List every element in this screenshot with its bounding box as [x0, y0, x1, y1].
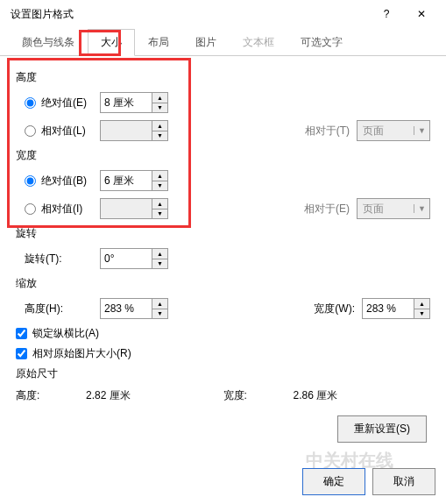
tab-alt-text[interactable]: 可选文字: [287, 29, 356, 56]
orig-w-label: 宽度:: [223, 388, 294, 403]
width-rel-spinner: ▲▼: [100, 198, 168, 219]
height-absolute-radio[interactable]: 绝对值(E): [25, 96, 100, 110]
scale-label: 缩放: [16, 276, 430, 291]
up-icon[interactable]: ▲: [152, 299, 167, 309]
down-icon[interactable]: ▼: [152, 259, 167, 269]
down-icon[interactable]: ▼: [152, 309, 167, 319]
up-icon[interactable]: ▲: [414, 299, 429, 309]
lock-aspect-label: 锁定纵横比(A): [32, 326, 99, 341]
tab-layout[interactable]: 布局: [135, 29, 182, 56]
scale-w-input[interactable]: [363, 299, 414, 318]
height-label: 高度: [16, 70, 430, 85]
height-relto-label: 相对于(T): [305, 124, 350, 138]
height-abs-spinner[interactable]: ▲▼: [100, 92, 168, 113]
up-icon[interactable]: ▲: [152, 249, 167, 259]
rotate-field-label: 旋转(T):: [25, 252, 100, 266]
scale-w-label: 宽度(W):: [314, 302, 355, 316]
orig-w-value: 2.86 厘米: [294, 388, 338, 403]
down-icon[interactable]: ▼: [152, 103, 167, 113]
width-abs-input[interactable]: [101, 171, 152, 190]
height-relative-radio[interactable]: 相对值(L): [25, 124, 100, 138]
titlebar: 设置图片格式 ? ✕: [0, 0, 446, 28]
width-label: 宽度: [16, 148, 430, 163]
height-rel-radio-label: 相对值(L): [41, 124, 86, 138]
chevron-down-icon: ▼: [414, 126, 429, 135]
rotate-spinner[interactable]: ▲▼: [100, 248, 168, 269]
height-relto-select: 页面 ▼: [357, 120, 430, 141]
close-button[interactable]: ✕: [404, 2, 439, 26]
scale-h-spinner[interactable]: ▲▼: [100, 298, 168, 319]
rel-original-checkbox[interactable]: [16, 348, 27, 359]
up-icon[interactable]: ▲: [152, 93, 167, 103]
width-abs-radio-input[interactable]: [25, 175, 36, 187]
width-rel-input: [101, 199, 152, 218]
down-icon[interactable]: ▼: [152, 181, 167, 191]
up-icon: ▲: [152, 199, 167, 209]
orig-h-value: 2.82 厘米: [86, 388, 131, 403]
reset-button[interactable]: 重新设置(S): [337, 415, 427, 443]
width-abs-radio-label: 绝对值(B): [41, 174, 87, 188]
up-icon: ▲: [152, 121, 167, 131]
width-rel-radio-label: 相对值(I): [41, 202, 82, 217]
height-rel-radio-input[interactable]: [25, 125, 36, 137]
tab-size[interactable]: 大小: [88, 29, 135, 56]
height-rel-spinner: ▲▼: [100, 120, 168, 141]
scale-h-label: 高度(H):: [25, 302, 100, 316]
width-rel-radio-input[interactable]: [25, 203, 36, 215]
down-icon: ▼: [152, 209, 167, 219]
original-label: 原始尺寸: [16, 366, 430, 381]
width-abs-spinner[interactable]: ▲▼: [100, 170, 168, 191]
cancel-button[interactable]: 取消: [372, 468, 435, 495]
height-rel-input: [101, 121, 152, 140]
height-abs-radio-input[interactable]: [25, 97, 36, 109]
height-abs-radio-label: 绝对值(E): [41, 96, 87, 110]
tab-picture[interactable]: 图片: [182, 29, 230, 56]
rotate-input[interactable]: [101, 249, 152, 268]
height-abs-input[interactable]: [101, 93, 152, 112]
ok-button[interactable]: 确定: [302, 468, 365, 495]
window-title: 设置图片格式: [7, 7, 369, 22]
chevron-down-icon: ▼: [414, 204, 429, 213]
height-relto-value: 页面: [358, 124, 414, 138]
width-relto-select: 页面 ▼: [357, 198, 430, 219]
up-icon[interactable]: ▲: [152, 171, 167, 181]
help-button[interactable]: ?: [369, 2, 404, 26]
orig-h-label: 高度:: [16, 388, 86, 403]
tabs: 颜色与线条 大小 布局 图片 文本框 可选文字: [0, 28, 446, 56]
scale-h-input[interactable]: [101, 299, 152, 318]
width-relto-value: 页面: [358, 202, 414, 217]
width-relto-label: 相对于(E): [304, 202, 350, 217]
lock-aspect-checkbox[interactable]: [16, 328, 27, 339]
tab-textbox: 文本框: [230, 29, 287, 56]
scale-w-spinner[interactable]: ▲▼: [362, 298, 430, 319]
rotate-label: 旋转: [16, 226, 430, 241]
rel-original-label: 相对原始图片大小(R): [32, 346, 131, 361]
tab-color-lines[interactable]: 颜色与线条: [9, 29, 88, 56]
width-relative-radio[interactable]: 相对值(I): [25, 202, 100, 217]
down-icon[interactable]: ▼: [414, 309, 429, 319]
width-absolute-radio[interactable]: 绝对值(B): [25, 174, 100, 188]
down-icon: ▼: [152, 131, 167, 141]
